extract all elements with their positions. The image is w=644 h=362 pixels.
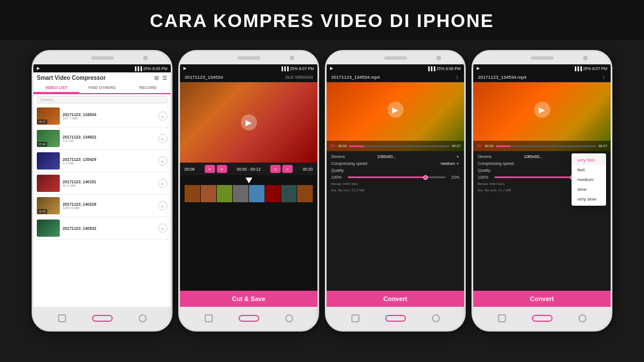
speed-arrow-3: ▼: [456, 162, 459, 165]
ctrl-btns-left: « »: [205, 165, 227, 173]
scissors-icon-3[interactable]: ✂: [330, 142, 336, 150]
app-header-icons-1[interactable]: ⊞ ☰: [154, 75, 167, 81]
convert-video-4: ▶ ✂ 00:00 00:27: [473, 82, 611, 151]
status-bar-3: ▶ ▐▐▐ 25% 8:06 PM: [327, 64, 464, 72]
video-info-1: 20171123_134534 157.7 MB: [63, 113, 155, 120]
quality-slider-3[interactable]: [348, 176, 446, 178]
video-item-6[interactable]: 20171123_140532 ▶: [33, 217, 171, 240]
video-item-4[interactable]: 20171123_140151 61.2 MB ▶: [33, 172, 171, 195]
status-bar-4: ▶ ▐▐▐ 25% 8:07 PM: [473, 64, 611, 72]
phone-3-bottom: [327, 307, 464, 330]
progress-bar-4[interactable]: [496, 145, 596, 147]
video-thumb-5: 02:55: [37, 197, 60, 214]
dimens-row-3: Dimens 1080x60... ▼: [331, 155, 459, 159]
play-btn-6[interactable]: ▶: [158, 224, 167, 233]
nav-home-1[interactable]: [92, 315, 113, 322]
time-start-4: 00:00: [485, 144, 493, 148]
progress-bar-3[interactable]: [349, 145, 450, 147]
convert-button-4[interactable]: Convert: [473, 291, 611, 307]
play-large-btn-2[interactable]: ▶: [241, 114, 257, 130]
nav-recent-4[interactable]: [578, 314, 586, 322]
time-range-2: 00:00 - 00:12: [237, 167, 260, 171]
nav-back-3[interactable]: [351, 314, 359, 322]
rewind-btn-2[interactable]: «: [205, 165, 215, 173]
camera-2: [290, 56, 294, 60]
phone-3-top: [327, 52, 464, 64]
settings-panel-3: Dimens 1080x60... ▼ Compressing speed: m…: [327, 151, 464, 291]
convert-button-3[interactable]: Convert: [327, 291, 464, 307]
video-size-4: 61.2 MB: [63, 184, 155, 187]
nav-recent-3[interactable]: [432, 314, 440, 322]
film-frame-3: [217, 185, 232, 202]
quality-label-row-3: Quality: [331, 168, 459, 172]
play-icon-2: ▶: [183, 66, 186, 71]
dropdown-item-fast[interactable]: fast: [572, 165, 606, 175]
quality-right-3: 20%: [448, 175, 459, 179]
play-btn-3[interactable]: ▶: [158, 156, 167, 165]
video-duration-1: 00:27: [37, 120, 47, 124]
time-end-4: 00:27: [599, 144, 607, 148]
dropdown-item-medium[interactable]: medium: [572, 175, 606, 184]
nav-recent-1[interactable]: [139, 314, 147, 322]
video-item-2[interactable]: 07:40 20171123_134622 2.6 GB ▶: [33, 128, 171, 150]
settings-panel-4: Dimens 1080x60... ▼ Compressing speed: v…: [473, 151, 611, 291]
nav-home-4[interactable]: [532, 315, 553, 322]
speed-row-3: Compressing speed: medium ▼: [331, 161, 459, 165]
phone-2-screen: ▶ ▐▐▐ 25% 8:07 PM 20171123_134534 OLD VE…: [180, 64, 317, 307]
film-frame-4: [233, 185, 248, 202]
quality-left-4: 100%: [478, 175, 492, 179]
video-item-1[interactable]: 00:27 20171123_134534 157.7 MB ▶: [33, 105, 171, 128]
more-icon-4[interactable]: ⋮: [601, 75, 606, 80]
sort-icon[interactable]: ☰: [162, 75, 167, 81]
play-btn-5[interactable]: ▶: [158, 201, 167, 210]
nav-back-2[interactable]: [205, 314, 213, 322]
speed-dropdown-3[interactable]: medium ▼: [440, 161, 459, 165]
rewind-btn-2b[interactable]: «: [270, 165, 281, 173]
status-info-1: ▐▐▐ 25% 8:06 PM: [133, 67, 167, 71]
video-size-1: 157.7 MB: [63, 117, 155, 120]
video-item-5[interactable]: 02:55 20171123_140228 1007.6 MB ▶: [33, 195, 171, 217]
forward-btn-2[interactable]: »: [217, 165, 227, 173]
play-large-btn-3[interactable]: ▶: [388, 102, 404, 118]
dropdown-item-slow[interactable]: slow: [572, 184, 606, 194]
nav-back-1[interactable]: [58, 314, 66, 322]
phone-2-bottom: [180, 307, 317, 330]
video-thumb-4: [37, 175, 60, 192]
camera-3: [436, 56, 441, 60]
video-name-1: 20171123_134534: [63, 113, 155, 117]
nav-back-4[interactable]: [498, 314, 506, 322]
time-end-3: 00:27: [452, 144, 461, 148]
nav-home-3[interactable]: [385, 315, 406, 322]
tab-video-list[interactable]: VIDEO LIST: [33, 83, 79, 93]
tab-record[interactable]: RECORD: [125, 83, 171, 93]
speaker-3: [384, 56, 407, 60]
play-btn-2[interactable]: ▶: [158, 134, 167, 143]
dimens-arrow-3[interactable]: ▼: [456, 155, 459, 159]
video-info-3: 20171123_135429 2.2 GB: [63, 157, 155, 165]
tab-find-others[interactable]: FIND OTHERS: [79, 83, 125, 93]
grid-icon[interactable]: ⊞: [154, 75, 159, 81]
search-input-1[interactable]: Search....: [37, 96, 167, 103]
phone-2: ▶ ▐▐▐ 25% 8:07 PM 20171123_134534 OLD VE…: [178, 50, 319, 332]
camera-4: [583, 56, 588, 60]
cut-save-button-2[interactable]: Cut & Save: [180, 291, 317, 307]
more-icon-3[interactable]: ⋮: [455, 75, 459, 80]
nav-recent-2[interactable]: [285, 314, 293, 322]
speaker-2: [237, 56, 260, 60]
convert-title-4: 20171123_134534.mp4: [478, 75, 527, 80]
nav-home-2[interactable]: [239, 315, 259, 322]
quality-thumb-3[interactable]: [423, 175, 428, 180]
video-thumb-6: [37, 219, 60, 237]
old-version-badge: OLD VERSION: [285, 75, 313, 79]
forward-btn-2b[interactable]: »: [282, 165, 293, 173]
scissors-icon-4[interactable]: ✂: [477, 142, 482, 150]
dropdown-item-very-fast[interactable]: very fast: [572, 155, 606, 165]
video-name-2: 20171123_134622: [63, 135, 155, 139]
play-btn-4[interactable]: ▶: [158, 179, 167, 188]
dropdown-item-very-slow[interactable]: very slow: [572, 194, 606, 204]
tabs-row-1: VIDEO LIST FIND OTHERS RECORD: [33, 83, 171, 94]
play-large-btn-4[interactable]: ▶: [534, 102, 550, 118]
phone-3-screen: ▶ ▐▐▐ 25% 8:06 PM 20171123_134534.mp4 ⋮ …: [327, 64, 464, 307]
video-item-3[interactable]: 20171123_135429 2.2 GB ▶: [33, 150, 171, 172]
play-btn-1[interactable]: ▶: [158, 111, 167, 121]
